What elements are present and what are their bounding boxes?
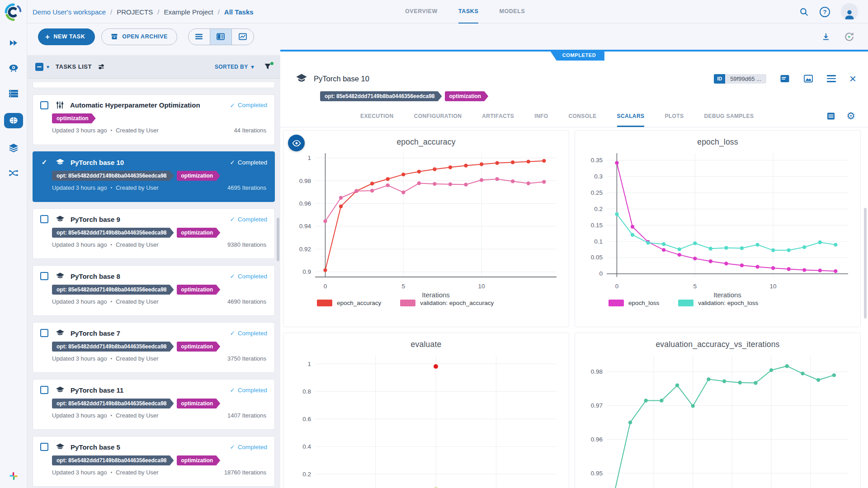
detail-tag-slate[interactable]: opt: 85e5482ddd7149b8ba0446356eedca98 [320, 91, 442, 101]
svg-text:0.6: 0.6 [302, 416, 311, 422]
select-all-checkbox[interactable] [35, 63, 43, 71]
legend-label: epoch_loss [628, 300, 659, 306]
chart-card-evaluation_accuracy_vs_iterations[interactable]: evaluation_accuracy_vs_iterations0.950.9… [575, 333, 861, 488]
sorted-by-button[interactable]: SORTED BY ▾ [215, 64, 254, 70]
selected-check-icon[interactable]: ✓ [40, 158, 48, 166]
svg-text:0.2: 0.2 [594, 206, 603, 212]
task-checkbox[interactable] [40, 101, 48, 109]
chart-card-evaluate[interactable]: evaluate0.20.40.60.81 [283, 333, 569, 488]
dashboard-icon[interactable] [8, 62, 19, 74]
settings-gear-icon[interactable]: ⚙ [846, 111, 855, 121]
experiment-icon [56, 328, 65, 338]
nav-tab-overview[interactable]: OVERVIEW [405, 0, 438, 23]
new-task-button[interactable]: + NEW TASK [38, 28, 95, 45]
task-checkbox[interactable] [40, 272, 48, 280]
detail-tab-console[interactable]: CONSOLE [568, 105, 596, 127]
detail-tab-debug-samples[interactable]: DEBUG SAMPLES [704, 105, 754, 127]
list-settings-icon[interactable] [97, 63, 105, 71]
help-icon[interactable]: ? [820, 7, 830, 17]
task-card[interactable]: Automatic Hyperparameter Optimization✓Co… [33, 94, 275, 145]
tasks-toolbar: + NEW TASK OPEN ARCHIVE [27, 23, 868, 50]
experiment-icon [56, 215, 65, 224]
chart-view-button[interactable] [232, 29, 254, 45]
task-card[interactable]: PyTorch base 11✓Completedopt: 85e5482ddd… [33, 379, 275, 430]
metrics-table-icon[interactable] [826, 112, 835, 121]
status-label: Completed [238, 444, 267, 450]
detail-tab-configuration[interactable]: CONFIGURATION [414, 105, 462, 127]
datasets-layers-icon[interactable] [8, 142, 19, 154]
task-name: PyTorch base 8 [71, 272, 120, 280]
open-archive-button[interactable]: OPEN ARCHIVE [101, 28, 177, 45]
task-status: ✓Completed [230, 386, 267, 394]
user-avatar[interactable] [841, 3, 858, 20]
table-view-button[interactable] [189, 29, 210, 45]
svg-text:0.25: 0.25 [590, 189, 602, 196]
breadcrumb-item[interactable]: Example Project [164, 8, 213, 16]
graph-visibility-eye-button[interactable] [288, 135, 305, 151]
task-checkbox[interactable] [40, 386, 48, 394]
status-check-icon: ✓ [230, 102, 235, 109]
nav-tab-models[interactable]: MODELS [499, 0, 525, 23]
legend-item[interactable]: epoch_loss [609, 300, 659, 306]
clearml-logo-icon[interactable] [4, 3, 23, 22]
experiment-icon [56, 158, 65, 167]
task-status: ✓Completed [230, 272, 267, 280]
breadcrumb-item[interactable]: PROJECTS [117, 8, 153, 16]
task-checkbox[interactable] [40, 329, 48, 337]
auto-refresh-icon[interactable] [844, 32, 854, 42]
task-checkbox[interactable] [40, 443, 48, 451]
description-icon[interactable] [780, 74, 790, 84]
legend-swatch [609, 300, 624, 306]
breadcrumb-item[interactable]: Demo User's workspace [33, 8, 106, 16]
status-ribbon: COMPLETED [549, 50, 604, 61]
breadcrumb: Demo User's workspace/PROJECTS/Example P… [33, 0, 254, 23]
partial-task-card[interactable] [33, 82, 275, 88]
detail-tab-artifacts[interactable]: ARTIFACTS [482, 105, 514, 127]
task-tags: opt: 85e5482ddd7149b8ba0446356eedca98opt… [52, 171, 267, 181]
id-label: ID [714, 74, 725, 84]
search-icon[interactable] [799, 7, 809, 17]
detail-tab-execution[interactable]: EXECUTION [360, 105, 394, 127]
split-view-button[interactable] [210, 29, 232, 45]
tasks-list-panel: ▾ TASKS LIST SORTED BY ▾ Automatic Hyper… [27, 50, 280, 488]
status-label: Completed [238, 159, 267, 166]
detail-tab-plots[interactable]: PLOTS [665, 105, 684, 127]
legend-item[interactable]: validation: epoch_accuracy [400, 300, 494, 306]
task-card[interactable]: PyTorch base 9✓Completedopt: 85e5482ddd7… [33, 208, 275, 259]
filter-button[interactable] [264, 63, 272, 71]
download-icon[interactable] [821, 32, 830, 41]
legend-item[interactable]: epoch_accuracy [317, 300, 381, 306]
nav-tab-tasks[interactable]: TASKS [458, 0, 478, 23]
task-card[interactable]: PyTorch base 8✓Completedopt: 85e5482ddd7… [33, 265, 275, 316]
chart-card-epoch_accuracy[interactable]: epoch_accuracy0.90.920.940.960.9810510It… [283, 130, 569, 327]
task-id-badge[interactable]: ID 59f99d65 ... [714, 74, 766, 84]
getting-started-icon[interactable] [8, 37, 19, 49]
chart-legend: epoch_lossvalidation: epoch_loss [609, 300, 860, 306]
slack-icon[interactable] [9, 471, 18, 481]
preview-image-icon[interactable] [803, 74, 813, 84]
task-card[interactable]: PyTorch base 5✓Completedopt: 85e5482ddd7… [33, 436, 275, 487]
select-dropdown-caret-icon[interactable]: ▾ [47, 64, 49, 70]
chart-area: 0.950.960.970.98 [575, 351, 860, 488]
status-check-icon: ✓ [230, 159, 235, 166]
chart-card-epoch_loss[interactable]: epoch_loss00.050.10.150.20.250.30.350510… [575, 130, 861, 327]
detail-tab-info[interactable]: INFO [534, 105, 548, 127]
detail-tab-scalars[interactable]: SCALARS [617, 105, 645, 127]
pipelines-icon[interactable] [8, 167, 19, 179]
task-checkbox[interactable] [40, 215, 48, 223]
sorted-by-caret-icon: ▾ [251, 64, 254, 70]
task-updated: Updated 3 hours ago [52, 127, 107, 134]
workers-queues-icon[interactable] [8, 88, 19, 99]
menu-icon[interactable] [827, 75, 836, 82]
projects-experiments-icon[interactable] [4, 113, 23, 128]
tasks-list-scrollbar[interactable] [277, 218, 279, 261]
detail-tag-magenta[interactable]: optimization [445, 91, 489, 101]
breadcrumb-item[interactable]: All Tasks [224, 8, 254, 16]
task-card[interactable]: PyTorch base 7✓Completedopt: 85e5482ddd7… [33, 322, 275, 373]
task-created-by: Created by User [116, 241, 159, 248]
close-icon[interactable]: × [849, 74, 856, 83]
scalars-scrollbar[interactable] [864, 208, 867, 319]
legend-item[interactable]: validation: epoch_loss [678, 300, 758, 306]
task-card[interactable]: ✓PyTorch base 10✓Completedopt: 85e5482dd… [33, 151, 275, 202]
chart-title: evaluate [283, 340, 569, 349]
